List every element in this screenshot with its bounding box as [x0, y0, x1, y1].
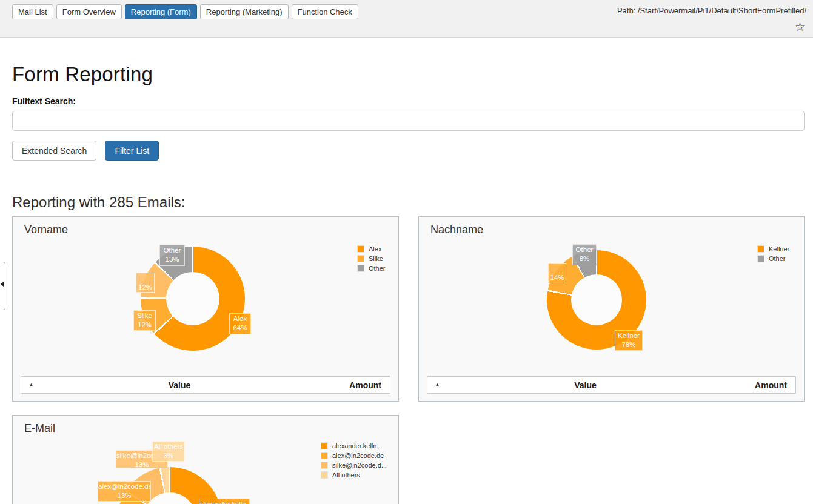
- slice-label: Kellner78%: [615, 330, 643, 351]
- slice-label: Other13%: [159, 245, 185, 266]
- module-tabs: Mail List Form Overview Reporting (Form)…: [12, 4, 358, 19]
- fulltext-search-input[interactable]: [12, 111, 805, 131]
- column-header-value[interactable]: Value: [48, 380, 311, 390]
- column-header-amount[interactable]: Amount: [311, 380, 390, 390]
- legend-item[interactable]: Alex: [357, 245, 386, 253]
- legend-swatch-icon: [757, 245, 764, 253]
- result-table-header: ▲ Value Amount: [21, 376, 390, 394]
- sidebar-collapse-handle[interactable]: [0, 262, 5, 310]
- panel-title: Nachname: [430, 224, 483, 236]
- tab-form-overview[interactable]: Form Overview: [56, 4, 122, 19]
- legend-item[interactable]: Other: [757, 255, 789, 262]
- legend-swatch-icon: [321, 442, 328, 449]
- chart-legend: alexander.kelln...alex@in2code.desilke@i…: [321, 442, 387, 481]
- tab-reporting-marketing[interactable]: Reporting (Marketing): [200, 4, 289, 19]
- legend-swatch-icon: [321, 462, 328, 469]
- legend-swatch-icon: [357, 255, 364, 262]
- fulltext-search-label: Fulltext Search:: [12, 96, 76, 106]
- legend-item[interactable]: alexander.kelln...: [321, 442, 387, 449]
- legend-item[interactable]: Kellner: [757, 245, 789, 253]
- filter-list-button[interactable]: Filter List: [105, 141, 159, 161]
- legend-swatch-icon: [757, 255, 764, 262]
- panel-vorname: Vorname AlexSilkeOther ▲ Value Amount Al…: [12, 216, 399, 402]
- legend-item[interactable]: Silke: [357, 255, 386, 262]
- legend-label: All others: [332, 471, 360, 479]
- legend-label: Other: [769, 255, 786, 262]
- bookmark-star-icon[interactable]: ☆: [795, 21, 805, 33]
- chart-legend: KellnerOther: [757, 245, 789, 265]
- slice-label: All others3%: [152, 441, 185, 462]
- legend-label: silke@in2code.d...: [332, 462, 387, 469]
- search-actions: Extended Search Filter List: [12, 141, 159, 161]
- extended-search-button[interactable]: Extended Search: [12, 141, 96, 161]
- legend-item[interactable]: All others: [321, 471, 387, 479]
- legend-label: Alex: [369, 245, 381, 253]
- chart-legend: AlexSilkeOther: [357, 245, 386, 274]
- top-bar: Mail List Form Overview Reporting (Form)…: [0, 0, 813, 38]
- legend-label: Kellner: [769, 245, 789, 253]
- donut-hole: [166, 272, 219, 325]
- donut-hole: [571, 274, 622, 325]
- slice-label: alexander.kelln...71%: [199, 499, 250, 504]
- column-header-value[interactable]: Value: [454, 380, 717, 390]
- legend-swatch-icon: [321, 471, 328, 479]
- legend-swatch-icon: [357, 245, 364, 253]
- slice-label: Alex64%: [229, 313, 251, 334]
- result-table-header: ▲ Value Amount: [427, 376, 796, 394]
- legend-label: alex@in2code.de: [332, 452, 384, 459]
- slice-label: 12%: [136, 273, 155, 293]
- section-title: Reporting with 285 Emails:: [12, 194, 185, 211]
- sort-asc-icon[interactable]: ▲: [28, 382, 48, 388]
- page-path: Path: /Start/Powermail/Pi1/Default/Short…: [617, 6, 806, 15]
- column-header-amount[interactable]: Amount: [717, 380, 795, 390]
- page-title: Form Reporting: [12, 63, 153, 86]
- legend-swatch-icon: [321, 452, 328, 459]
- legend-item[interactable]: alex@in2code.de: [321, 452, 387, 459]
- tab-reporting-form[interactable]: Reporting (Form): [125, 4, 197, 19]
- collapse-left-arrow-icon: [1, 282, 4, 287]
- slice-label: Other8%: [572, 244, 597, 265]
- legend-label: Silke: [369, 255, 383, 262]
- panel-title: Vorname: [24, 224, 68, 236]
- legend-item[interactable]: silke@in2code.d...: [321, 462, 387, 469]
- panel-email: E-Mail alexander.kelln...alex@in2code.de…: [12, 415, 399, 504]
- sort-asc-icon[interactable]: ▲: [435, 382, 454, 388]
- slice-label: alex@in2code.de13%: [98, 481, 151, 502]
- tab-mail-list[interactable]: Mail List: [12, 4, 53, 19]
- slice-label: 14%: [548, 263, 566, 284]
- slice-label: Silke12%: [133, 310, 156, 331]
- panel-nachname: Nachname KellnerOther ▲ Value Amount Kel…: [418, 216, 805, 402]
- legend-label: Other: [369, 265, 386, 272]
- legend-item[interactable]: Other: [357, 265, 386, 272]
- tab-function-check[interactable]: Function Check: [292, 4, 358, 19]
- legend-label: alexander.kelln...: [332, 442, 383, 449]
- panel-title: E-Mail: [24, 422, 55, 435]
- legend-swatch-icon: [357, 265, 364, 272]
